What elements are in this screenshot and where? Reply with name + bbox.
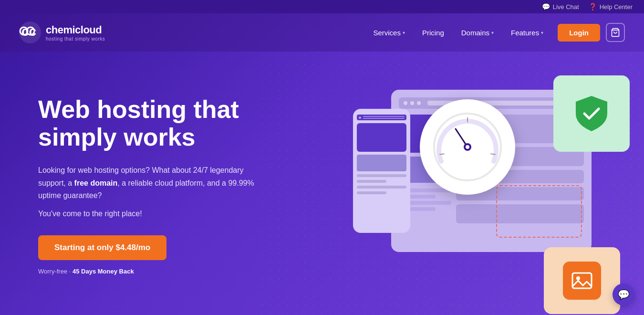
hero-description2: You've come to the right place! bbox=[38, 210, 286, 218]
nav-features[interactable]: Features ▾ bbox=[504, 25, 550, 41]
domains-chevron-icon: ▾ bbox=[491, 30, 494, 35]
browser-dot-2 bbox=[410, 101, 414, 105]
cart-icon bbox=[611, 28, 620, 37]
logo-name: chemicloud bbox=[46, 24, 105, 36]
logo-icon: cc bbox=[19, 21, 41, 43]
nav-domains-label: Domains bbox=[461, 29, 489, 37]
hero-left: Web hosting that simply works Looking fo… bbox=[38, 95, 286, 275]
hero-title: Web hosting that simply works bbox=[38, 95, 286, 151]
image-icon-box bbox=[563, 262, 601, 300]
svg-point-13 bbox=[576, 276, 580, 280]
nav-domains[interactable]: Domains ▾ bbox=[455, 25, 500, 41]
browser-dot-3 bbox=[417, 101, 421, 105]
nav-services-label: Services bbox=[373, 29, 401, 37]
image-card bbox=[544, 247, 620, 314]
phone-block-blue bbox=[357, 123, 406, 152]
login-button[interactable]: Login bbox=[558, 24, 600, 42]
nav-services[interactable]: Services ▾ bbox=[366, 25, 412, 41]
nav-pricing-label: Pricing bbox=[422, 29, 444, 37]
help-icon: ❓ bbox=[589, 3, 597, 10]
chat-bubble-icon: 💬 bbox=[618, 289, 630, 300]
live-chat-label: Live Chat bbox=[553, 3, 579, 10]
nav-features-label: Features bbox=[511, 29, 539, 37]
speedometer-card bbox=[420, 99, 515, 195]
phone-top-line-2 bbox=[363, 118, 405, 119]
phone-line-1 bbox=[357, 174, 406, 177]
phone-top-dot bbox=[359, 116, 361, 119]
chat-icon: 💬 bbox=[542, 3, 550, 10]
phone-card bbox=[353, 109, 410, 233]
logo[interactable]: cc chemicloud hosting that simply works bbox=[19, 21, 105, 43]
shield-icon bbox=[570, 92, 613, 135]
phone-line-2 bbox=[357, 180, 386, 183]
features-chevron-icon: ▾ bbox=[541, 30, 543, 35]
navbar: cc chemicloud hosting that simply works … bbox=[0, 13, 644, 52]
dashed-rectangle bbox=[496, 185, 582, 238]
live-chat-link[interactable]: 💬 Live Chat bbox=[542, 3, 579, 10]
nav-pricing[interactable]: Pricing bbox=[415, 25, 451, 41]
browser-dot-1 bbox=[404, 101, 407, 105]
cart-button[interactable] bbox=[606, 23, 625, 42]
money-back-prefix: Worry-free · bbox=[38, 268, 73, 275]
speedometer-svg bbox=[429, 109, 506, 185]
phone-top-lines bbox=[363, 116, 405, 119]
image-icon bbox=[571, 269, 593, 292]
hero-illustration bbox=[343, 61, 630, 315]
chat-bubble-button[interactable]: 💬 bbox=[613, 284, 634, 305]
services-chevron-icon: ▾ bbox=[403, 30, 405, 35]
top-bar: 💬 Live Chat ❓ Help Center bbox=[0, 0, 644, 13]
logo-tagline: hosting that simply works bbox=[46, 36, 105, 42]
svg-rect-12 bbox=[572, 273, 592, 288]
cta-button[interactable]: Starting at only $4.48/mo bbox=[38, 235, 166, 260]
help-center-link[interactable]: ❓ Help Center bbox=[589, 3, 633, 10]
hero-section: Web hosting that simply works Looking fo… bbox=[0, 52, 644, 315]
phone-line-3 bbox=[357, 186, 406, 189]
money-back-text: Worry-free · 45 Days Money Back bbox=[38, 268, 286, 275]
phone-line-4 bbox=[357, 191, 386, 194]
money-back-label: 45 Days Money Back bbox=[73, 268, 134, 275]
hero-description: Looking for web hosting options? What ab… bbox=[38, 164, 262, 202]
svg-point-11 bbox=[466, 145, 469, 149]
phone-top-bar bbox=[357, 115, 406, 120]
phone-top-line-1 bbox=[363, 116, 405, 117]
help-center-label: Help Center bbox=[600, 3, 633, 10]
logo-text-area: chemicloud hosting that simply works bbox=[46, 24, 105, 42]
nav-links: Services ▾ Pricing Domains ▾ Features ▾ … bbox=[366, 23, 625, 42]
phone-block-light bbox=[357, 155, 406, 171]
shield-card bbox=[553, 75, 630, 152]
